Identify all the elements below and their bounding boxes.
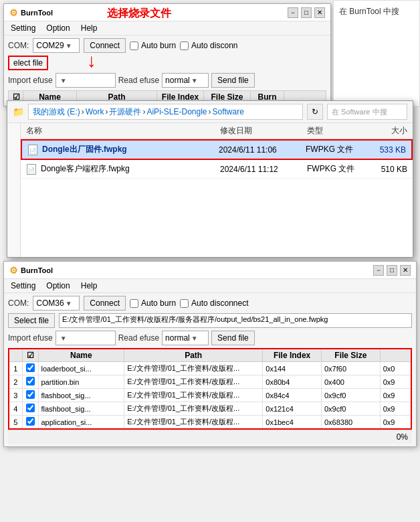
bottom-import-select[interactable]: ▼: [56, 331, 116, 345]
th-bottom-file-index: File Index: [263, 349, 322, 362]
row-checkbox-1[interactable]: [26, 377, 35, 385]
folder-nav-icon: 📁: [13, 106, 24, 117]
col-modified: 修改日期: [220, 125, 307, 137]
bottom-table-header-row: ☑ Name Path File Index File Size: [9, 349, 411, 362]
bottom-auto-disconnect-checkbox[interactable]: [180, 299, 189, 308]
nav-sep-2: ›: [142, 107, 145, 116]
th-bottom-name: Name: [38, 349, 124, 362]
cell-chk-2[interactable]: [22, 389, 38, 402]
file-list-header: 名称 修改日期 类型 大小: [21, 123, 413, 139]
bottom-menubar: Setting Option Help: [4, 279, 416, 293]
file-type-0: FWPKG 文件: [306, 144, 366, 155]
com-arrow-icon: ▼: [66, 42, 72, 50]
bottom-com-row: COM: COM36 ▼ Connect Auto burn Auto disc…: [8, 296, 412, 311]
bottom-window-controls[interactable]: － □ ✕: [373, 265, 411, 276]
bottom-read-select[interactable]: normal ▼: [162, 331, 209, 345]
import-arrow-icon: ▼: [60, 77, 67, 84]
bottom-auto-burn-row: Auto burn: [130, 298, 176, 308]
cell-num-2: 3: [9, 389, 22, 402]
bottom-menu-option[interactable]: Option: [45, 280, 71, 291]
bottom-minimize-button[interactable]: －: [373, 265, 384, 276]
cell-name-1: partition.bin: [38, 375, 124, 389]
bottom-com-select[interactable]: COM36 ▼: [33, 296, 80, 311]
bottom-connect-button[interactable]: Connect: [84, 296, 126, 311]
cell-chk-4[interactable]: [22, 416, 38, 430]
menu-help[interactable]: Help: [80, 23, 99, 33]
top-window-title: BurnTool: [21, 9, 53, 17]
bottom-auto-disconnect-row: Auto disconnect: [180, 298, 248, 308]
file-row-1[interactable]: 📄 Dongle客户端程序.fwpkg 2024/6/11 11:12 FWPK…: [21, 160, 413, 179]
bottom-send-file-button[interactable]: Send file: [211, 331, 255, 345]
select-file-button[interactable]: elect file: [8, 56, 48, 70]
nav-item-1[interactable]: Work: [86, 107, 104, 116]
nav-item-0[interactable]: 我的游戏 (E:): [33, 106, 80, 118]
top-content: COM: COM29 ▼ Connect Auto burn Auto disc…: [4, 35, 330, 106]
bottom-import-label: Import efuse: [8, 333, 53, 343]
progress-bar-container: 0%: [8, 430, 412, 444]
file-row-0[interactable]: 📄 Dongle出厂固件.fwpkg 2024/6/11 11:06 FWPKG…: [21, 139, 413, 160]
read-select[interactable]: normal ▼: [162, 73, 209, 88]
auto-disconnect-checkbox[interactable]: [180, 41, 189, 50]
menu-setting[interactable]: Setting: [9, 23, 37, 33]
cell-file-size-2: 0x9cf0: [321, 389, 380, 402]
cell-name-2: flashboot_sig...: [38, 389, 124, 402]
send-file-button[interactable]: Send file: [211, 73, 255, 88]
bottom-auto-burn-checkbox[interactable]: [130, 299, 138, 308]
row-checkbox-0[interactable]: [26, 363, 35, 372]
top-title-group: ⚙ BurnTool: [9, 7, 53, 18]
auto-burn-checkbox[interactable]: [130, 41, 138, 50]
top-menubar: Setting Option Help: [4, 21, 330, 35]
restore-button[interactable]: □: [301, 7, 312, 18]
select-file-row: elect file: [8, 56, 326, 70]
refresh-button[interactable]: ↻: [307, 104, 323, 120]
file-icon-0: 📄: [27, 145, 38, 155]
file-list: 📄 Dongle出厂固件.fwpkg 2024/6/11 11:06 FWPKG…: [21, 139, 413, 179]
th-num: [9, 349, 22, 362]
cell-extra-2: 0x9: [380, 389, 411, 402]
file-dialog-sidebar: [7, 123, 21, 257]
overlay-search-text: 在 BurnTool 中搜: [339, 6, 399, 17]
search-box[interactable]: 在 Software 中搜: [327, 104, 407, 120]
nav-item-2[interactable]: 开源硬件: [109, 106, 141, 118]
cell-file-size-1: 0x400: [321, 375, 380, 389]
nav-sep-0: ›: [82, 107, 84, 116]
row-checkbox-3[interactable]: [26, 404, 35, 412]
close-button[interactable]: ✕: [314, 7, 325, 18]
bottom-data-table: ☑ Name Path File Index File Size 1 loade…: [8, 348, 412, 430]
bottom-restore-button[interactable]: □: [387, 265, 397, 276]
com-value: COM29: [36, 41, 64, 50]
row-checkbox-2[interactable]: [26, 390, 35, 399]
minimize-button[interactable]: －: [288, 7, 298, 18]
nav-item-3[interactable]: AiPi-SLE-Dongle: [146, 107, 207, 116]
red-title-label: 选择烧录文件: [107, 7, 171, 21]
app-icon: ⚙: [9, 7, 18, 18]
com-label: COM:: [8, 41, 29, 50]
th-chk: ☑: [22, 349, 38, 362]
import-select[interactable]: ▼: [56, 73, 116, 88]
file-dialog-nav: 📁 我的游戏 (E:) › Work › 开源硬件 › AiPi-SLE-Don…: [7, 101, 413, 123]
bottom-menu-setting[interactable]: Setting: [9, 280, 37, 291]
cell-file-size-3: 0x9cf0: [321, 402, 380, 416]
bottom-table-scroll: ☑ Name Path File Index File Size 1 loade…: [8, 348, 412, 430]
menu-option[interactable]: Option: [45, 23, 71, 33]
file-icon-1: 📄: [26, 164, 37, 175]
cell-chk-3[interactable]: [22, 402, 38, 416]
nav-item-4[interactable]: Software: [213, 107, 244, 116]
com-select[interactable]: COM29 ▼: [33, 38, 80, 53]
bottom-select-file-button[interactable]: Select file: [8, 313, 55, 328]
bg-overlay-window: 在 BurnTool 中搜: [333, 0, 420, 107]
bottom-titlebar: ⚙ BurnTool － □ ✕: [4, 262, 416, 279]
bottom-read-arrow-icon: ▼: [191, 335, 198, 342]
bottom-select-file-row: Select file E:/文件管理/01_工作资料/改版程序/服务器程序/o…: [8, 313, 412, 328]
cell-chk-1[interactable]: [22, 375, 38, 389]
row-checkbox-4[interactable]: [26, 417, 35, 426]
cell-extra-4: 0x9: [380, 416, 411, 430]
top-window-controls[interactable]: － □ ✕: [288, 7, 325, 18]
file-list-area: 名称 修改日期 类型 大小 📄 Dongle出厂固件.fwpkg 2024/6/…: [21, 123, 413, 257]
cell-chk-0[interactable]: [22, 362, 38, 375]
bottom-menu-help[interactable]: Help: [80, 280, 99, 291]
cell-path-1: E:/文件管理/01_工作资料/改版程...: [124, 375, 263, 389]
cell-extra-0: 0x0: [380, 362, 411, 375]
bottom-read-value: normal: [165, 333, 190, 343]
bottom-close-button[interactable]: ✕: [400, 265, 411, 276]
